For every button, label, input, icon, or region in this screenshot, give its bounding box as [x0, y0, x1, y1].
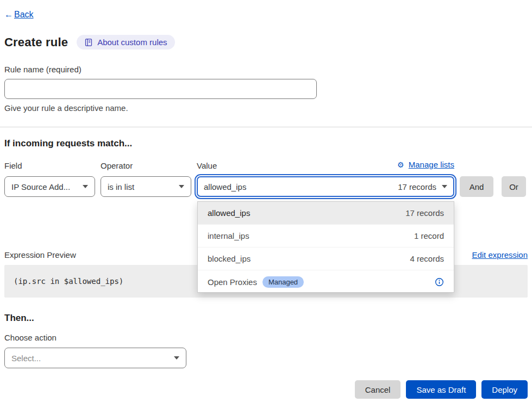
list-item-records: 17 records	[405, 208, 444, 218]
action-select-placeholder: Select...	[11, 354, 168, 363]
rule-name-input[interactable]	[4, 79, 317, 99]
value-select-value: allowed_ips	[204, 182, 392, 191]
field-select[interactable]: IP Source Add...	[4, 176, 95, 197]
footer-actions: Cancel Save as Draft Deploy	[4, 380, 528, 399]
lists-dropdown: allowed_ips 17 records internal_ips 1 re…	[197, 201, 454, 293]
page-title: Create rule	[4, 35, 68, 50]
or-button[interactable]: Or	[502, 176, 526, 197]
list-item-records: 4 records	[410, 254, 444, 263]
back-link-label: Back	[14, 10, 34, 19]
condition-row: Field IP Source Add... Operator is in li…	[4, 161, 528, 197]
list-item-name: allowed_ips	[208, 208, 405, 218]
field-column: Field IP Source Add...	[4, 161, 95, 197]
expression-code: (ip.src in $allowed_ips)	[14, 277, 123, 286]
manage-lists-row: ⚙ Manage lists	[197, 160, 454, 169]
list-item-open-proxies[interactable]: Open Proxies Managed	[198, 270, 454, 293]
list-item-blocked-ips[interactable]: blocked_ips 4 records	[198, 248, 454, 270]
edit-expression-link[interactable]: Edit expression	[472, 250, 528, 259]
choose-action-label: Choose action	[4, 333, 528, 342]
rule-name-helper: Give your rule a descriptive name.	[4, 103, 528, 113]
value-select-records: 17 records	[398, 182, 436, 191]
value-select[interactable]: allowed_ips 17 records	[197, 176, 454, 197]
field-select-value: IP Source Add...	[11, 182, 77, 191]
managed-badge: Managed	[262, 276, 304, 288]
book-icon	[84, 38, 93, 47]
chevron-down-icon	[442, 185, 447, 188]
save-as-draft-button[interactable]: Save as Draft	[406, 380, 476, 399]
about-custom-rules-badge[interactable]: About custom rules	[77, 35, 174, 50]
deploy-button[interactable]: Deploy	[481, 380, 528, 399]
chevron-down-icon	[83, 185, 88, 188]
about-custom-rules-label: About custom rules	[97, 38, 167, 47]
match-heading: If incoming requests match...	[4, 138, 528, 149]
cancel-button[interactable]: Cancel	[355, 380, 401, 399]
back-link-row: ←Back	[4, 10, 528, 20]
list-item-records: 1 record	[414, 231, 444, 240]
operator-select-value: is in list	[108, 182, 173, 191]
then-heading: Then...	[4, 313, 528, 324]
section-divider	[0, 127, 532, 127]
list-item-name: Open Proxies	[208, 277, 257, 287]
operator-select[interactable]: is in list	[101, 176, 191, 197]
rule-name-label: Rule name (required)	[4, 65, 528, 74]
create-rule-page: ←Back Create rule About custom rules Rul…	[0, 10, 532, 402]
list-item-internal-ips[interactable]: internal_ips 1 record	[198, 225, 454, 248]
chevron-down-icon	[179, 185, 184, 188]
operator-label: Operator	[101, 161, 191, 172]
gear-icon: ⚙	[397, 160, 404, 169]
list-item-name: internal_ips	[208, 231, 414, 240]
info-icon[interactable]	[435, 277, 444, 287]
expression-preview-label: Expression Preview	[4, 250, 76, 259]
action-select[interactable]: Select...	[4, 348, 186, 368]
and-button[interactable]: And	[460, 176, 493, 197]
operator-column: Operator is in list	[101, 161, 191, 197]
back-arrow-icon: ←	[4, 10, 13, 19]
chevron-down-icon	[174, 356, 179, 360]
list-item-name: blocked_ips	[208, 254, 410, 263]
list-item-allowed-ips[interactable]: allowed_ips 17 records	[198, 202, 454, 225]
manage-lists-link[interactable]: Manage lists	[409, 160, 454, 169]
field-label: Field	[4, 161, 95, 172]
back-link[interactable]: ←Back	[4, 10, 34, 19]
title-row: Create rule About custom rules	[4, 35, 528, 50]
